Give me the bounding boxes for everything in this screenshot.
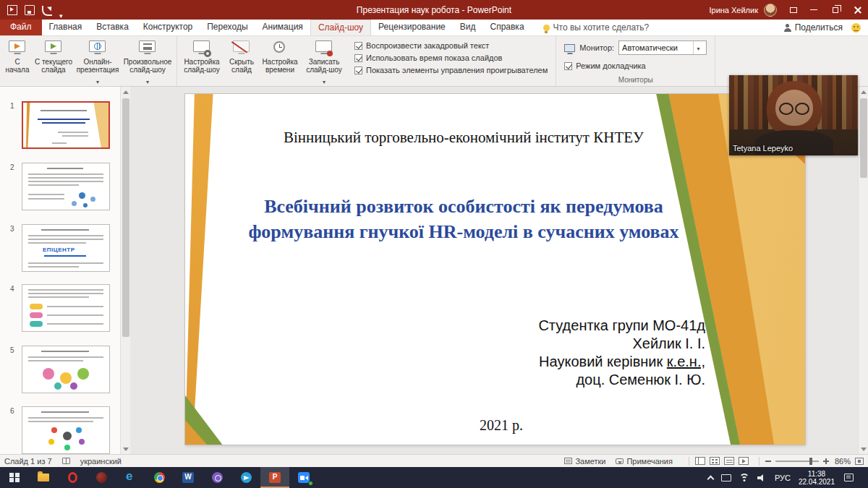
group-monitors: Монитор: Автоматически Режим докладчика … [556,36,715,86]
wifi-icon[interactable] [739,474,749,481]
slide-title-text[interactable]: Всебічний розвиток особистості як переду… [232,194,695,244]
tab-home[interactable]: Главная [42,20,90,35]
viber-button[interactable] [203,467,231,488]
file-explorer-button[interactable] [29,467,58,488]
record-slideshow-button[interactable]: Записать слайд-шоу [301,36,347,87]
tab-animations[interactable]: Анимация [255,20,310,35]
customize-toolbar-caret-icon[interactable] [59,8,65,14]
account-avatar[interactable] [764,4,777,17]
present-online-button[interactable]: Онлайн-презентация [75,36,121,87]
scroll-down-icon[interactable] [859,444,868,454]
slide-number: 6 [10,407,14,415]
browser-button[interactable] [87,467,116,488]
hide-slide-button[interactable]: Скрыть слайд [224,36,259,74]
edge-button[interactable] [116,467,145,488]
zoom-slider[interactable] [775,461,819,462]
person-icon [784,24,791,31]
record-slideshow-icon [313,39,335,57]
checkbox-presenter-view[interactable]: Режим докладчика [564,61,707,70]
slideshow-view-button[interactable] [739,457,749,465]
main-scrollbar[interactable] [858,87,868,454]
custom-slideshow-button[interactable]: Произвольное слайд-шоу [121,36,174,87]
zoom-level[interactable]: 86% [835,457,851,466]
setup-slideshow-button[interactable]: Настройка слайд-шоу [179,36,224,74]
thumbnail-scrollbar[interactable] [120,87,130,454]
tab-help[interactable]: Справка [482,20,531,35]
tab-review[interactable]: Рецензирование [371,20,453,35]
start-button[interactable] [0,467,29,488]
minimize-button[interactable] [803,0,825,20]
ribbon-display-options-icon[interactable] [784,0,803,20]
notes-icon [564,458,572,464]
save-icon[interactable] [25,5,35,15]
action-center-icon[interactable] [844,474,854,481]
input-language-button[interactable]: РУС [775,474,791,482]
thumbnail-row: 3 ЕПІЦЕНТР [22,224,111,272]
scrollbar-thumb[interactable] [122,98,129,337]
word-button[interactable] [174,467,203,488]
lightbulb-icon [543,25,550,31]
tray-expand-chevron-icon[interactable] [707,475,714,482]
fit-to-window-icon[interactable] [855,458,864,465]
webcam-overlay[interactable]: Tetyana Lepeyko [729,75,858,155]
language-button[interactable]: украинский [80,457,122,466]
restore-button[interactable] [825,0,846,20]
from-beginning-button[interactable]: С начала [2,36,33,74]
tab-insert[interactable]: Вставка [89,20,136,35]
slide-thumbnail-5[interactable] [22,346,110,393]
slide-authors-text[interactable]: Студентка групи МО-41д Хейлик І. І. Наук… [401,317,705,389]
scroll-up-icon[interactable] [121,87,131,97]
ribbon-tab-row: Файл Главная Вставка Конструктор Переход… [0,20,868,36]
zoom-in-icon[interactable] [823,458,829,464]
slide-institute-text[interactable]: Вінницький торговельно-економічний інсти… [210,129,717,147]
feedback-smiley-icon[interactable] [851,23,861,33]
comments-toggle[interactable]: Примечания [616,457,673,466]
display-tray-icon[interactable] [721,474,731,481]
slide-thumbnail-1[interactable] [22,101,110,149]
notes-toggle[interactable]: Заметки [564,457,605,466]
zoom-app-button[interactable] [289,467,318,488]
slide-thumbnail-2[interactable] [22,163,110,210]
close-button[interactable] [846,0,868,20]
scroll-up-icon[interactable] [859,87,868,97]
tab-slideshow[interactable]: Слайд-шоу [310,20,371,35]
clock[interactable]: 11:38 22.04.2021 [799,470,835,486]
checkbox-checked-icon [354,54,362,62]
scroll-down-icon[interactable] [121,444,131,454]
title-bar: Презентация наук робота - PowerPoint Іри… [0,0,868,20]
checkbox-use-timings[interactable]: Использовать время показа слайдов [354,53,548,62]
slide-thumbnail-4[interactable] [22,284,110,332]
checkbox-play-narrations[interactable]: Воспроизвести закадровый текст [354,41,548,50]
spellcheck-button[interactable] [62,458,70,464]
tab-design[interactable]: Конструктор [136,20,200,35]
slide-editor[interactable]: Вінницький торговельно-економічний інсти… [185,94,805,445]
powerpoint-button[interactable] [260,467,289,488]
normal-view-button[interactable] [695,457,705,465]
slide-year-text[interactable]: 2021 р. [480,417,523,434]
scrollbar-thumb[interactable] [860,98,867,178]
monitor-icon [564,44,575,52]
slide-thumbnail-3[interactable]: ЕПІЦЕНТР [22,224,110,272]
share-button[interactable]: Поделиться [784,22,843,33]
chrome-button[interactable] [145,467,174,488]
reading-view-button[interactable] [724,457,734,465]
opera-button[interactable] [58,467,87,488]
account-name[interactable]: Ірина Хейлик [709,6,758,14]
volume-icon[interactable] [757,474,767,481]
slide-sorter-view-button[interactable] [710,457,720,465]
tell-me-search[interactable]: Что вы хотите сделать? [543,20,650,35]
slide-thumbnail-6[interactable] [22,406,110,454]
zoom-slider-thumb[interactable] [809,458,812,465]
tab-view[interactable]: Вид [453,20,483,35]
start-slideshow-icon[interactable] [7,5,17,15]
undo-icon[interactable] [42,6,52,16]
monitor-dropdown[interactable]: Автоматически [618,40,707,55]
chrome-icon [154,472,165,483]
from-current-slide-button[interactable]: С текущего слайда [33,36,75,74]
telegram-button[interactable] [231,467,260,488]
tab-transitions[interactable]: Переходы [200,20,255,35]
zoom-out-icon[interactable] [765,461,771,462]
checkbox-show-media-controls[interactable]: Показать элементы управления проигрывате… [354,66,548,74]
rehearse-timings-button[interactable]: Настройка времени [259,36,301,74]
tab-file[interactable]: Файл [0,20,42,35]
